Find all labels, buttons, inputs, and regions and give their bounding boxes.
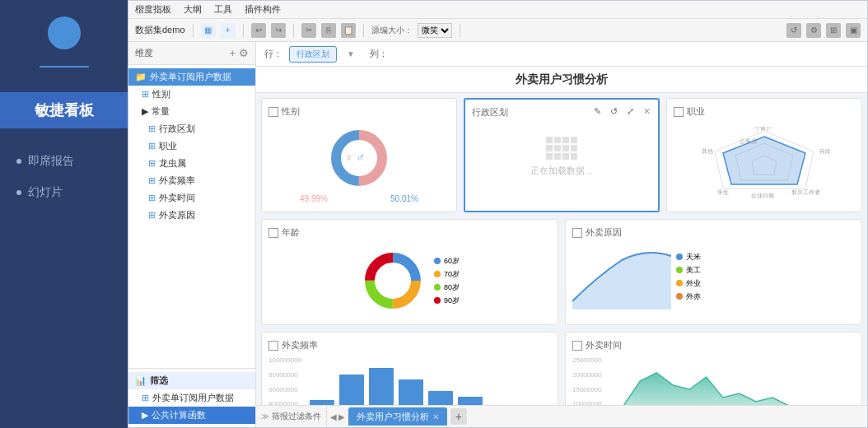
reason-checkbox[interactable] <box>572 228 582 238</box>
tree-folder-icon: 📁 <box>135 72 147 82</box>
toolbar-separator <box>460 24 460 37</box>
top-charts-row: 性别 ♂ <box>261 98 862 212</box>
settings-icon[interactable]: ⚙ <box>806 23 821 38</box>
menu-item-plugins[interactable]: 插件构件 <box>245 3 281 16</box>
charts-container: 性别 ♂ <box>256 93 867 405</box>
tab-item-analysis[interactable]: 外卖用户习惯分析 ✕ <box>348 407 447 426</box>
freq-checkbox[interactable] <box>268 341 278 351</box>
mid-charts-row: 年龄 60岁 <box>261 219 862 325</box>
gender-checkbox[interactable] <box>268 107 278 117</box>
age-checkbox[interactable] <box>268 228 278 238</box>
redo-icon[interactable]: ↪ <box>271 23 286 38</box>
panel-search-btn[interactable]: ⚙ <box>239 47 249 59</box>
loading-cell <box>571 145 577 151</box>
edit-btn[interactable]: ✎ <box>590 105 604 118</box>
toolbar-right: ↺ ⚙ ⊞ ▣ <box>786 23 861 38</box>
age-title-label: 年龄 <box>282 226 300 239</box>
age-label-60: 60岁 <box>444 256 460 267</box>
scroll-right-btn[interactable]: ▶ <box>338 412 345 421</box>
y-label-3: 60000000 <box>268 386 301 393</box>
col-label: 列： <box>370 48 388 60</box>
dashboard-area: 行： 行政区划 ▼ 列： 外卖用户习惯分析 性别 <box>256 42 867 427</box>
cut-icon[interactable]: ✂ <box>301 23 316 38</box>
tree-item-district[interactable]: ⊞ 行政区划 <box>128 120 255 137</box>
tree-section-calc[interactable]: ▶ 公共计算函数 <box>128 407 255 424</box>
menu-item-tools[interactable]: 工具 <box>214 3 232 16</box>
new-icon[interactable]: ▦ <box>201 23 216 38</box>
refresh-icon[interactable]: ↺ <box>786 23 801 38</box>
reason-title-label: 外卖原因 <box>586 226 622 239</box>
filter-conditions[interactable]: ≫ 筛报过滤条件 <box>256 406 327 427</box>
filter-row: 行： 行政区划 ▼ 列： <box>256 42 867 67</box>
grid-icon[interactable]: ⊞ <box>826 23 841 38</box>
tree-item-root[interactable]: 📁 外卖单订阅用户数据 <box>128 68 255 86</box>
svg-marker-7 <box>723 137 805 184</box>
tree-item-reason[interactable]: ⊞ 外卖原因 <box>128 207 255 224</box>
reason-dot-1 <box>676 254 683 260</box>
zoom-label: 源编大小： <box>371 25 413 36</box>
panel-icon[interactable]: ▣ <box>846 23 861 38</box>
tree-item-const[interactable]: ▶ 常量 <box>128 103 255 120</box>
menu-item-kanban[interactable]: 楷度指板 <box>135 3 171 16</box>
area-chart-wrapper: 0:00 5:00 11:00 13:00 15:00 17:00 19:00 … <box>607 356 855 405</box>
loading-cell <box>554 145 561 151</box>
tree-item-time[interactable]: ⊞ 外卖时间 <box>128 189 255 207</box>
tree-item-dragon[interactable]: ⊞ 龙虫属 <box>128 155 255 172</box>
menu-item-outline[interactable]: 大纲 <box>184 3 202 16</box>
scroll-controls: ◀ ▶ <box>327 406 348 427</box>
dashboard-title: 外卖用户习惯分析 <box>516 72 608 87</box>
panel-add-btn[interactable]: + <box>229 47 236 59</box>
district-card-toolbar: ✎ ↺ ⤢ ✕ <box>590 105 653 118</box>
tree-district-label: 行政区划 <box>159 123 195 135</box>
donut-container: ♂ ♀ <box>326 125 392 191</box>
tree-section-data[interactable]: ⊞ 外卖单订阅用户数据 <box>128 389 255 407</box>
toolbar-separator <box>363 24 364 37</box>
close-btn[interactable]: ✕ <box>640 105 653 118</box>
tab-add-btn[interactable]: + <box>450 408 467 425</box>
sidebar-item-slide[interactable]: 幻灯片 <box>0 177 128 208</box>
sidebar-main-item[interactable]: 敏捷看板 <box>0 92 128 128</box>
loading-cell <box>562 153 569 160</box>
undo-icon[interactable]: ↩ <box>251 23 266 38</box>
loading-cell <box>546 145 553 151</box>
dot-icon <box>16 159 21 164</box>
filter-district-tag[interactable]: 行政区划 <box>289 46 337 63</box>
section-filter-icon: 📊 <box>135 375 147 386</box>
tree-occ-label: 职业 <box>159 140 177 152</box>
tree-data-label: 外卖单订阅用户数据 <box>152 392 234 404</box>
tree-chart-icon3: ⊞ <box>148 141 156 151</box>
gender-chart-card: 性别 ♂ <box>261 98 457 212</box>
copy-icon[interactable]: ⎘ <box>321 23 336 38</box>
tab-label: 外卖用户习惯分析 <box>357 411 429 423</box>
male-pct: 50.01% <box>390 194 418 203</box>
zoom-select[interactable]: 微笑 <box>418 23 452 38</box>
tree-item-occ[interactable]: ⊞ 职业 <box>128 137 255 155</box>
legend-dot-60 <box>434 258 441 264</box>
district-title-label: 行政区划 <box>472 106 508 119</box>
reason-area-svg <box>572 244 671 309</box>
scroll-left-btn[interactable]: ◀ <box>330 412 337 421</box>
paste-icon[interactable]: 📋 <box>341 23 356 38</box>
occ-checkbox[interactable] <box>674 107 684 117</box>
loading-cell <box>562 137 569 143</box>
sidebar-logo <box>48 16 81 49</box>
refresh-btn[interactable]: ↺ <box>607 105 620 118</box>
age-legend-70: 70岁 <box>434 269 460 280</box>
dashboard-title-bar: 外卖用户习惯分析 <box>256 67 867 93</box>
sidebar-item-report[interactable]: 即席报告 <box>0 146 128 177</box>
time-y-labels: 25000000 20000000 15000000 10000000 5000… <box>572 356 605 405</box>
time-checkbox[interactable] <box>572 341 582 351</box>
tree-item-freq[interactable]: ⊞ 外卖频率 <box>128 172 255 189</box>
add-icon[interactable]: + <box>221 23 236 38</box>
svg-text:其他: 其他 <box>702 148 713 155</box>
reason-legend-4: 外赤 <box>676 291 701 302</box>
time-y-4: 10000000 <box>572 400 602 405</box>
tree-item-gender[interactable]: ⊞ 性别 <box>128 86 255 103</box>
maximize-btn[interactable]: ⤢ <box>623 105 637 118</box>
svg-text:学生: 学生 <box>717 189 729 195</box>
loading-cell <box>554 153 561 160</box>
gender-title-label: 性别 <box>282 105 300 118</box>
top-menubar: 楷度指板 大纲 工具 插件构件 <box>128 1 867 19</box>
tab-close-btn[interactable]: ✕ <box>432 412 439 421</box>
age-label-90: 90岁 <box>444 295 460 306</box>
